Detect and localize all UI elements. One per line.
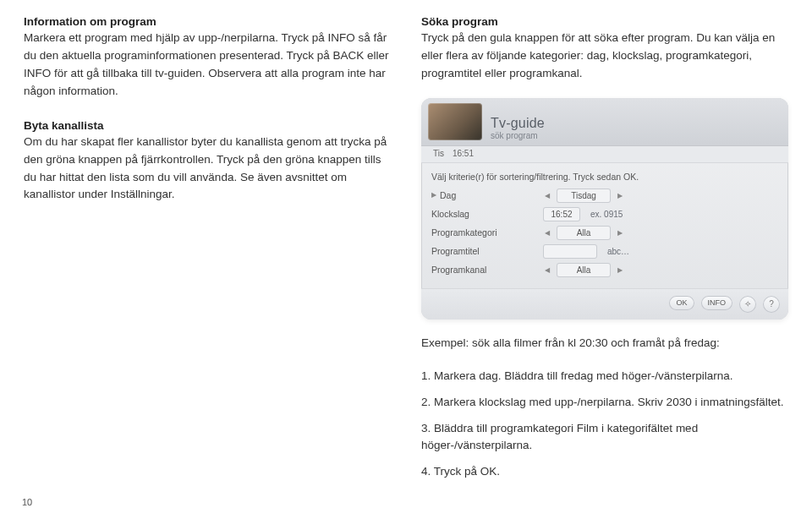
value-programtitel[interactable] (543, 244, 597, 259)
heading-byta-kanallista: Byta kanallista (24, 119, 391, 132)
label-klockslag: Klockslag (431, 209, 469, 219)
ok-button[interactable]: OK (669, 296, 694, 310)
page-number: 10 (22, 497, 32, 507)
info-button[interactable]: INFO (701, 296, 733, 310)
nav-dpad-icon[interactable]: ✧ (739, 296, 756, 313)
chevron-right-icon[interactable]: ▶ (616, 192, 624, 199)
tv-guide-body: Välj kriterie(r) för sortering/filtrerin… (421, 163, 788, 288)
row-programkanal[interactable]: Programkanal ◀ Alla ▶ (431, 263, 778, 277)
example-steps: 1. Markera dag. Bläddra till fredag med … (421, 368, 788, 482)
label-dag: Dag (440, 190, 456, 200)
row-dag[interactable]: ▶ Dag ◀ Tisdag ▶ (431, 188, 778, 203)
triangle-right-icon: ▶ (431, 192, 436, 199)
tv-guide-title: Tv-guide (491, 116, 545, 131)
example-intro: Exempel: sök alla filmer från kl 20:30 o… (421, 335, 788, 352)
heading-info-om-program: Information om program (24, 15, 391, 28)
note-klockslag: ex. 0915 (590, 210, 623, 219)
row-programkategori[interactable]: Programkategori ◀ Alla ▶ (431, 226, 778, 240)
page-columns: Information om program Markera ett progr… (24, 15, 788, 489)
label-programkanal: Programkanal (431, 265, 486, 275)
tv-guide-footer: OK INFO ✧ ? (421, 288, 788, 320)
step-3: 3. Bläddra till programkategori Film i k… (421, 420, 788, 456)
value-programkategori[interactable]: Alla (557, 226, 611, 240)
label-programtitel: Programtitel (431, 246, 480, 256)
value-dag[interactable]: Tisdag (557, 188, 611, 203)
tv-guide-meta-time: 16:51 (453, 149, 474, 158)
text-info-om-program: Markera ett program med hjälp av upp-/ne… (24, 30, 391, 101)
step-1: 1. Markera dag. Bläddra till fredag med … (421, 368, 788, 385)
value-klockslag[interactable]: 16:52 (543, 207, 580, 221)
text-soka-program: Tryck på den gula knappen för att söka e… (421, 30, 788, 83)
heading-soka-program: Söka program (421, 15, 788, 28)
left-column: Information om program Markera ett progr… (24, 15, 391, 489)
row-klockslag[interactable]: Klockslag 16:52 ex. 0915 (431, 207, 778, 221)
chevron-right-icon[interactable]: ▶ (616, 229, 624, 237)
right-column: Söka program Tryck på den gula knappen f… (421, 15, 788, 489)
tv-guide-meta: Tis 16:51 (421, 146, 788, 163)
step-2: 2. Markera klockslag med upp-/nerpilarna… (421, 394, 788, 412)
text-byta-kanallista: Om du har skapat fler kanallistor byter … (24, 134, 391, 205)
help-button[interactable]: ? (763, 296, 780, 313)
tv-guide-panel: Tv-guide sök program Tis 16:51 Välj krit… (421, 98, 788, 320)
tv-guide-subtitle: sök program (491, 131, 545, 140)
note-programtitel: abc… (607, 247, 629, 256)
step-4: 4. Tryck på OK. (421, 463, 788, 481)
value-programkanal[interactable]: Alla (557, 263, 611, 277)
tv-guide-thumbnail (428, 103, 482, 140)
chevron-left-icon[interactable]: ◀ (543, 192, 551, 199)
tv-guide-meta-day: Tis (433, 149, 444, 158)
chevron-left-icon[interactable]: ◀ (543, 266, 551, 274)
chevron-right-icon[interactable]: ▶ (616, 266, 624, 274)
tv-guide-hint: Välj kriterie(r) för sortering/filtrerin… (431, 172, 778, 182)
row-programtitel[interactable]: Programtitel abc… (431, 244, 778, 259)
tv-guide-header: Tv-guide sök program (421, 98, 788, 146)
label-programkategori: Programkategori (431, 227, 497, 238)
chevron-left-icon[interactable]: ◀ (543, 229, 551, 237)
